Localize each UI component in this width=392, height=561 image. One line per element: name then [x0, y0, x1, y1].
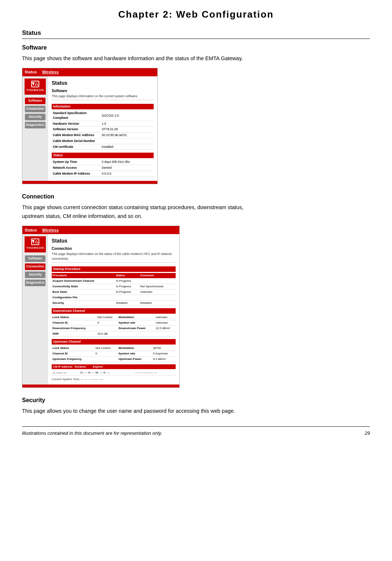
connection-ss-tab-wireless[interactable]: Wireless [42, 227, 59, 233]
connection-upstream-table: Lock StatusNot LockedModulationQPSK Chan… [52, 346, 176, 362]
chapter-title: Chapter 2: Web Configuration [22, 7, 370, 22]
table-row: System Up Time0 days 00h:01m:35s [52, 159, 154, 165]
software-ss-info-label: Information [52, 104, 154, 109]
connection-downstream-label: Downstream Channel [52, 308, 176, 314]
thomson-logo-icon [31, 81, 39, 87]
security-description: This page allows you to change the user … [22, 407, 370, 415]
main-section-header: Status [22, 28, 370, 39]
software-ss-body: THOMSON Software Connection Security Dia… [22, 76, 157, 181]
connection-downstream-table: Lock StatusNot LockedModulationunknown C… [52, 315, 176, 337]
connection-current-time: Current System Time: --- --- -- --:--:--… [52, 377, 176, 382]
software-ss-nav-diagnostics[interactable]: Diagnostics [25, 122, 45, 128]
connection-ss-nav-software[interactable]: Software [25, 255, 45, 262]
connection-upstream-label: Upstream Channel [52, 339, 176, 345]
table-row: Cable Modem IP Address0.0.0.0 [52, 171, 154, 176]
software-screenshot: Status Wireless THOMSON Software Connect… [22, 68, 158, 185]
connection-startup-label: Startup Procedure [52, 266, 176, 272]
connection-startup-table: ProcedureStatusComment Acquire Downstrea… [52, 273, 176, 306]
software-description: This page shows the software and hardwar… [22, 54, 370, 63]
table-row: Configuration File [52, 295, 176, 300]
security-section: Security This page allows you to change … [22, 396, 370, 415]
connection-ss-logo: THOMSON [25, 236, 46, 252]
table-row: CM certificateInstalled [52, 144, 154, 150]
software-ss-info-table: Standard Specification CompliantDOCSIS 2… [52, 110, 154, 150]
table-row: Software VersionST78.01.00 [52, 127, 154, 132]
thomson-logo-text: THOMSON [26, 88, 44, 92]
connection-ss-nav-connection[interactable]: Connection [25, 263, 45, 270]
software-ss-sidebar: THOMSON Software Connection Security Dia… [22, 76, 48, 181]
connection-ss-content-desc: This page displays information on the st… [52, 252, 176, 263]
svg-marker-0 [35, 83, 38, 85]
footer-page-number: 29 [365, 430, 370, 437]
connection-description: This page shows current connection statu… [22, 203, 370, 220]
table-row: Hardware Version1.0 [52, 121, 154, 127]
connection-thomson-logo-icon [31, 238, 39, 245]
software-ss-topbar: Status Wireless [22, 68, 157, 76]
table-row: Connectivity StateIn ProgressNot Synchro… [52, 284, 176, 289]
connection-screenshot: Status Wireless THOMSON Software Connect… [22, 226, 180, 388]
table-row: SecurityDisabledDisabled [52, 300, 176, 306]
connection-ss-content-title: Status [52, 237, 176, 245]
connection-cm-table: --- ---:--- --- D: --- H: --- M: --- S: … [52, 370, 176, 376]
software-ss-tab-status[interactable]: Status [25, 69, 37, 75]
software-section: Software This page shows the software an… [22, 43, 370, 185]
software-ss-content: Status Software This page displays infor… [48, 76, 157, 181]
svg-marker-1 [35, 241, 38, 243]
connection-ss-topbar: Status Wireless [22, 226, 179, 234]
table-row: Cable Modem Serial Number [52, 138, 154, 144]
connection-ss-body: THOMSON Software Connection Security Dia… [22, 234, 179, 385]
security-title: Security [22, 396, 370, 405]
connection-ss-sidebar: THOMSON Software Connection Security Dia… [22, 234, 48, 385]
software-ss-content-subtitle: Software [52, 88, 154, 94]
connection-ss-content-subtitle: Connection [52, 246, 176, 251]
table-row: Cable Modem MAC Address00:10:95:de:ad:01 [52, 132, 154, 138]
page-footer: Illustrations contained in this document… [22, 426, 370, 437]
software-ss-nav-software[interactable]: Software [25, 98, 45, 104]
table-row: --- ---:--- --- D: --- H: --- M: --- S: … [52, 370, 176, 376]
software-ss-nav-security[interactable]: Security [25, 114, 45, 120]
software-ss-content-title: Status [52, 79, 154, 87]
software-ss-content-desc: This page displays information on the cu… [52, 94, 154, 101]
table-row: Upstream FrequencyUpstream Power8.3 dBmV [52, 356, 176, 362]
table-row: Channel ID0Symbol rate0 Ksym/sec [52, 351, 176, 356]
table-row: Boot StateIn ProgressUnknown [52, 289, 176, 295]
table-row: SNR23.0 dB [52, 331, 176, 336]
table-row: ProcedureStatusComment [52, 273, 176, 278]
connection-title: Connection [22, 192, 370, 201]
software-title: Software [22, 43, 370, 52]
table-row: Lock StatusNot LockedModulationunknown [52, 315, 176, 320]
table-row: Channel ID0Symbol rateUnknown [52, 320, 176, 325]
footer-left-text: Illustrations contained in this document… [22, 430, 162, 437]
software-ss-nav-connection[interactable]: Connection [25, 106, 45, 112]
connection-ss-footer-bar [22, 385, 179, 387]
software-ss-status-table: System Up Time0 days 00h:01m:35s Network… [52, 159, 154, 176]
table-row: Downstream FrequencyDownstream Power12.0… [52, 325, 176, 331]
connection-ss-content: Status Connection This page displays inf… [48, 234, 179, 385]
table-row: Standard Specification CompliantDOCSIS 2… [52, 110, 154, 121]
software-ss-status-label: Status [52, 153, 154, 158]
connection-thomson-logo-text: THOMSON [26, 246, 44, 250]
software-ss-footer-bar [22, 181, 157, 184]
software-ss-logo: THOMSON [25, 79, 46, 95]
connection-ss-nav-security[interactable]: Security [25, 272, 45, 278]
table-row: Lock StatusNot LockedModulationQPSK [52, 346, 176, 351]
connection-ss-tab-status[interactable]: Status [25, 227, 37, 233]
connection-cm-label: CM IP Address Duration Expires [52, 364, 176, 369]
connection-section: Connection This page shows current conne… [22, 192, 370, 387]
connection-ss-nav-diagnostics[interactable]: Diagnostics [25, 280, 45, 286]
table-row: Network AccessDenied [52, 165, 154, 171]
software-ss-tab-wireless[interactable]: Wireless [42, 69, 59, 75]
table-row: Acquire Downstream ChannelIn Progress [52, 278, 176, 284]
